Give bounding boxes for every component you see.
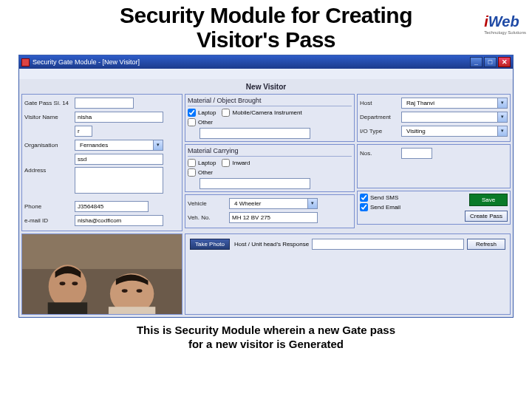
nos-input[interactable] bbox=[401, 148, 432, 159]
vehno-label: Veh. No. bbox=[188, 214, 229, 221]
other-brought-input[interactable] bbox=[200, 128, 310, 139]
chevron-down-icon: ▾ bbox=[497, 112, 507, 122]
slide-title: Security Module for Creating Visitor's P… bbox=[0, 0, 532, 53]
logo: iWeb Technology Solutions bbox=[484, 13, 526, 35]
svg-rect-4 bbox=[48, 302, 88, 314]
close-button[interactable]: ✕ bbox=[498, 57, 511, 67]
nos-panel: Nos. bbox=[357, 144, 511, 188]
vehicle-panel: Vehicle 4 Wheeler ▾ Veh. No. bbox=[185, 194, 355, 228]
dept-select[interactable]: ▾ bbox=[401, 112, 508, 123]
email-label: e-mail ID bbox=[24, 217, 75, 224]
create-pass-button[interactable]: Create Pass bbox=[465, 211, 508, 222]
host-response-input[interactable] bbox=[312, 239, 464, 250]
vehicle-select[interactable]: 4 Wheeler ▾ bbox=[229, 198, 318, 209]
iotype-value: Visiting bbox=[404, 128, 497, 134]
photo-preview bbox=[21, 233, 183, 315]
visitor-name-label: Visitor Name bbox=[24, 114, 75, 120]
checkbox-icon bbox=[360, 203, 368, 211]
other-carry-checkbox[interactable]: Other bbox=[188, 168, 352, 177]
section-title: New Visitor bbox=[21, 81, 511, 94]
checkbox-icon bbox=[188, 168, 196, 177]
checkbox-icon bbox=[222, 159, 230, 167]
checkbox-icon bbox=[222, 109, 230, 117]
phone-label: Phone bbox=[24, 203, 75, 210]
svg-point-9 bbox=[137, 289, 143, 293]
logo-sub: Technology Solutions bbox=[484, 30, 526, 35]
checkbox-icon bbox=[188, 109, 196, 117]
app-icon bbox=[21, 58, 30, 66]
vehicle-value: 4 Wheeler bbox=[232, 200, 307, 207]
other-brought-checkbox[interactable]: Other bbox=[188, 118, 352, 126]
address-input[interactable] bbox=[75, 167, 163, 194]
logo-text: Web bbox=[488, 13, 519, 30]
laptop-brought-checkbox[interactable]: Laptop bbox=[188, 109, 216, 117]
svg-point-7 bbox=[72, 282, 78, 285]
initial-input[interactable] bbox=[75, 126, 92, 137]
other-carry-input[interactable] bbox=[200, 178, 310, 189]
caption-line2: for a new visitor is Generated bbox=[188, 338, 344, 350]
gatepass-label: Gate Pass Sl. 14 bbox=[24, 100, 75, 106]
host-label: Host bbox=[360, 100, 401, 106]
chevron-down-icon: ▾ bbox=[153, 140, 163, 150]
visitor-details-panel: Gate Pass Sl. 14 Visitor Name Organisati… bbox=[21, 94, 183, 231]
laptop-carry-checkbox[interactable]: Laptop bbox=[188, 159, 216, 167]
save-button[interactable]: Save bbox=[469, 194, 508, 206]
host-response-label: Host / Unit head's Response bbox=[234, 241, 309, 248]
window-title: Security Gate Module - [New Visitor] bbox=[33, 58, 140, 66]
checkbox-icon bbox=[360, 194, 368, 202]
slide-title-line1: Security Module for Creating bbox=[120, 3, 412, 27]
checkbox-icon bbox=[188, 118, 196, 126]
refresh-button[interactable]: Refresh bbox=[467, 239, 505, 250]
dept-label: Department bbox=[360, 114, 401, 120]
phone-input[interactable] bbox=[75, 201, 149, 212]
iotype-label: I/O Type bbox=[360, 128, 401, 134]
gatepass-input[interactable] bbox=[75, 98, 134, 109]
vehicle-label: Vehicle bbox=[188, 200, 229, 207]
material-brought-panel: Material / Object Brought Laptop Mobile/… bbox=[185, 94, 355, 142]
maximize-button[interactable]: □ bbox=[484, 57, 497, 67]
app-window: Security Gate Module - [New Visitor] _ □… bbox=[18, 55, 514, 318]
organisation-value: Fernandes bbox=[78, 142, 153, 149]
host-select[interactable]: Raj Thanvi ▾ bbox=[401, 98, 508, 109]
org-sub-input[interactable] bbox=[75, 154, 163, 165]
slide-caption: This is Security Module wherein a new Ga… bbox=[0, 324, 532, 352]
photo-icon bbox=[22, 234, 182, 314]
minimize-button[interactable]: _ bbox=[470, 57, 482, 67]
actions-panel: Send SMS Send Email Save Create Pass bbox=[357, 191, 511, 225]
host-panel: Host Raj Thanvi ▾ Department ▾ bbox=[357, 94, 511, 142]
photo-controls-panel: Take Photo Host / Unit head's Response R… bbox=[185, 233, 511, 315]
chevron-down-icon: ▾ bbox=[497, 126, 507, 136]
vehno-input[interactable] bbox=[229, 212, 318, 223]
organisation-label: Organisation bbox=[24, 142, 75, 149]
material-carrying-title: Material Carrying bbox=[188, 147, 352, 157]
mobile-brought-checkbox[interactable]: Mobile/Camera Instrument bbox=[222, 109, 301, 117]
visitor-name-input[interactable] bbox=[75, 112, 163, 123]
client-area: New Visitor Gate Pass Sl. 14 Visitor Nam… bbox=[19, 79, 513, 317]
iotype-select[interactable]: Visiting ▾ bbox=[401, 126, 508, 137]
nos-label: Nos. bbox=[360, 150, 401, 157]
caption-line1: This is Security Module wherein a new Ga… bbox=[137, 324, 395, 336]
slide-title-line2: Visitor's Pass bbox=[197, 27, 335, 52]
take-photo-button[interactable]: Take Photo bbox=[190, 239, 230, 250]
material-brought-title: Material / Object Brought bbox=[188, 97, 352, 106]
checkbox-icon bbox=[188, 159, 196, 167]
svg-rect-1 bbox=[22, 234, 182, 269]
inward-checkbox[interactable]: Inward bbox=[222, 159, 250, 167]
svg-point-8 bbox=[122, 289, 128, 293]
email-input[interactable] bbox=[75, 215, 163, 226]
organisation-select[interactable]: Fernandes ▾ bbox=[75, 140, 163, 151]
svg-rect-5 bbox=[109, 307, 155, 314]
address-label: Address bbox=[24, 167, 75, 174]
host-value: Raj Thanvi bbox=[404, 100, 497, 106]
material-carrying-panel: Material Carrying Laptop Inward Other bbox=[185, 144, 355, 192]
svg-point-6 bbox=[60, 282, 66, 285]
chevron-down-icon: ▾ bbox=[307, 199, 317, 208]
titlebar: Security Gate Module - [New Visitor] _ □… bbox=[19, 55, 513, 69]
menubar bbox=[19, 69, 513, 79]
chevron-down-icon: ▾ bbox=[497, 98, 507, 108]
